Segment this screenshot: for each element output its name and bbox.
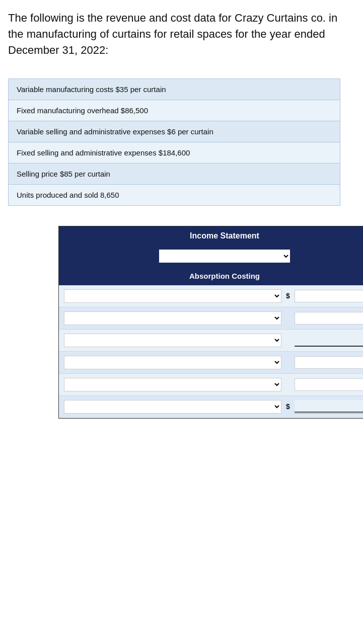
data-row: Selling price $85 per curtain [9,164,340,185]
row-value-input[interactable] [295,400,363,413]
intro-text: The following is the revenue and cost da… [8,10,355,58]
income-statement-dropdown-row[interactable] [59,246,363,267]
data-row: Variable manufacturing costs $35 per cur… [9,79,340,100]
income-statement-dropdown[interactable] [159,250,290,263]
income-statement-row: $ [59,396,363,418]
row-value-input[interactable] [295,378,363,391]
row-value-input[interactable] [295,334,363,347]
income-statement-row [59,352,363,374]
income-statement-body: $$ [59,285,363,418]
dollar-sign: $ [283,403,293,411]
income-statement-title: Income Statement [59,226,363,246]
income-statement-row [59,374,363,396]
income-statement-row: $ [59,285,363,307]
data-table: Variable manufacturing costs $35 per cur… [8,78,340,206]
income-statement: Income Statement Absorption Costing $$ [58,226,363,419]
data-row: Units produced and sold 8,650 [9,185,340,205]
row-label-select[interactable] [64,289,281,303]
data-row: Fixed manufacturing overhead $86,500 [9,100,340,121]
data-row: Variable selling and administrative expe… [9,121,340,142]
row-label-select[interactable] [64,334,281,347]
row-value-input[interactable] [295,290,363,302]
row-label-select[interactable] [64,311,281,325]
data-row: Fixed selling and administrative expense… [9,142,340,164]
row-label-select[interactable] [64,400,281,414]
row-label-select[interactable] [64,378,281,391]
row-value-input[interactable] [295,312,363,325]
income-statement-subheader: Absorption Costing [59,267,363,285]
row-label-select[interactable] [64,356,281,369]
dollar-sign: $ [283,292,293,300]
row-value-input[interactable] [295,356,363,369]
income-statement-row [59,330,363,352]
income-statement-row [59,307,363,330]
